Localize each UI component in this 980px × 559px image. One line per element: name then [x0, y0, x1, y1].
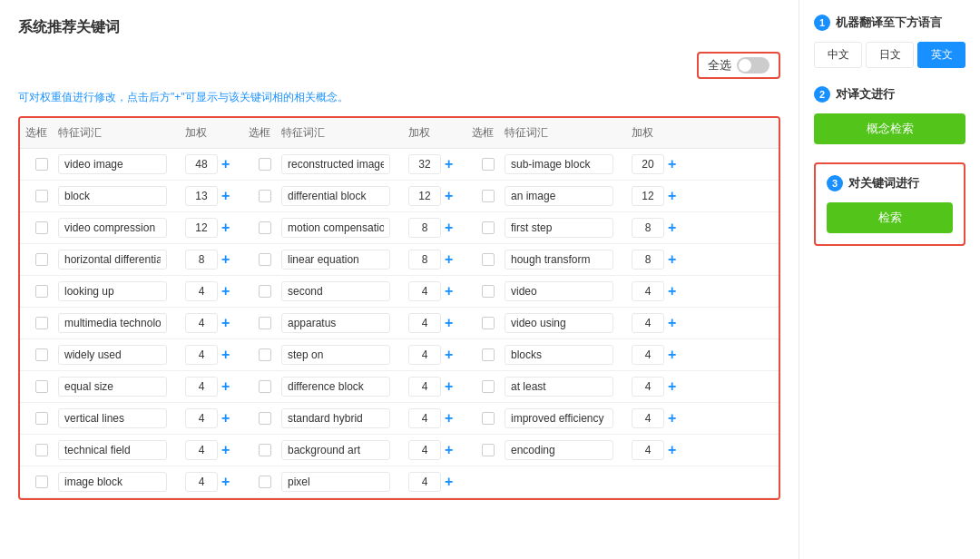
keyword-input[interactable]: [505, 408, 613, 428]
keyword-input[interactable]: [58, 186, 167, 206]
keyword-checkbox[interactable]: [482, 190, 495, 202]
keyword-checkbox[interactable]: [259, 380, 271, 393]
keyword-checkbox[interactable]: [482, 253, 495, 266]
keyword-checkbox[interactable]: [35, 221, 48, 234]
plus-button[interactable]: +: [668, 221, 676, 235]
keyword-input[interactable]: [281, 472, 390, 492]
plus-button[interactable]: +: [668, 411, 676, 426]
plus-button[interactable]: +: [668, 348, 676, 362]
keyword-input[interactable]: [58, 281, 167, 301]
plus-button[interactable]: +: [445, 379, 453, 394]
plus-button[interactable]: +: [221, 411, 230, 426]
keyword-checkbox[interactable]: [259, 190, 271, 202]
keyword-checkbox[interactable]: [259, 253, 271, 266]
plus-button[interactable]: +: [668, 443, 676, 457]
keyword-checkbox[interactable]: [259, 221, 271, 234]
weight-input[interactable]: [632, 250, 664, 270]
select-all-toggle[interactable]: [737, 57, 769, 74]
keyword-input[interactable]: [281, 218, 390, 238]
weight-input[interactable]: [632, 345, 664, 365]
plus-button[interactable]: +: [445, 411, 453, 426]
keyword-checkbox[interactable]: [35, 317, 48, 329]
plus-button[interactable]: +: [668, 252, 676, 267]
plus-button[interactable]: +: [668, 316, 676, 330]
keyword-input[interactable]: [58, 154, 167, 174]
keyword-checkbox[interactable]: [35, 380, 48, 393]
keyword-checkbox[interactable]: [482, 285, 495, 298]
keyword-input[interactable]: [505, 250, 613, 270]
keyword-checkbox[interactable]: [259, 158, 271, 171]
keyword-checkbox[interactable]: [35, 190, 48, 202]
weight-input[interactable]: [185, 472, 218, 492]
lang-btn-en[interactable]: 英文: [917, 42, 965, 68]
keyword-input[interactable]: [58, 408, 167, 428]
weight-input[interactable]: [408, 313, 441, 333]
weight-input[interactable]: [408, 345, 441, 365]
weight-input[interactable]: [632, 408, 664, 428]
keyword-input[interactable]: [58, 472, 167, 492]
keyword-checkbox[interactable]: [259, 412, 271, 425]
plus-button[interactable]: +: [445, 316, 453, 330]
weight-input[interactable]: [632, 154, 664, 174]
keyword-checkbox[interactable]: [35, 476, 48, 488]
plus-button[interactable]: +: [221, 189, 230, 203]
keyword-checkbox[interactable]: [259, 476, 271, 488]
lang-btn-zh[interactable]: 中文: [814, 42, 862, 68]
search-button[interactable]: 检索: [827, 202, 953, 233]
plus-button[interactable]: +: [221, 348, 230, 362]
weight-input[interactable]: [408, 281, 441, 301]
keyword-input[interactable]: [505, 218, 613, 238]
plus-button[interactable]: +: [221, 221, 230, 235]
keyword-checkbox[interactable]: [35, 158, 48, 171]
plus-button[interactable]: +: [445, 348, 453, 362]
keyword-input[interactable]: [58, 377, 167, 397]
weight-input[interactable]: [185, 440, 218, 460]
weight-input[interactable]: [632, 186, 664, 206]
keyword-checkbox[interactable]: [482, 380, 495, 393]
weight-input[interactable]: [408, 154, 441, 174]
weight-input[interactable]: [408, 250, 441, 270]
weight-input[interactable]: [185, 186, 218, 206]
weight-input[interactable]: [185, 313, 218, 333]
keyword-input[interactable]: [281, 377, 390, 397]
keyword-input[interactable]: [505, 281, 613, 301]
plus-button[interactable]: +: [221, 316, 230, 330]
keyword-input[interactable]: [58, 250, 167, 270]
weight-input[interactable]: [408, 408, 441, 428]
weight-input[interactable]: [632, 281, 664, 301]
plus-button[interactable]: +: [221, 379, 230, 394]
plus-button[interactable]: +: [445, 284, 453, 299]
weight-input[interactable]: [408, 218, 441, 238]
plus-button[interactable]: +: [668, 284, 676, 299]
weight-input[interactable]: [185, 154, 218, 174]
weight-input[interactable]: [185, 377, 218, 397]
weight-input[interactable]: [185, 218, 218, 238]
concept-search-button[interactable]: 概念检索: [814, 113, 965, 144]
keyword-checkbox[interactable]: [259, 317, 271, 329]
keyword-checkbox[interactable]: [35, 285, 48, 298]
plus-button[interactable]: +: [221, 443, 230, 457]
plus-button[interactable]: +: [668, 189, 676, 203]
keyword-input[interactable]: [505, 313, 613, 333]
keyword-checkbox[interactable]: [35, 444, 48, 456]
weight-input[interactable]: [408, 186, 441, 206]
keyword-input[interactable]: [58, 218, 167, 238]
weight-input[interactable]: [632, 377, 664, 397]
keyword-input[interactable]: [281, 281, 390, 301]
plus-button[interactable]: +: [668, 157, 676, 172]
keyword-input[interactable]: [281, 154, 390, 174]
weight-input[interactable]: [408, 440, 441, 460]
keyword-input[interactable]: [505, 440, 613, 460]
keyword-input[interactable]: [281, 313, 390, 333]
keyword-checkbox[interactable]: [482, 221, 495, 234]
weight-input[interactable]: [632, 440, 664, 460]
keyword-checkbox[interactable]: [35, 253, 48, 266]
keyword-input[interactable]: [505, 345, 613, 365]
weight-input[interactable]: [408, 377, 441, 397]
weight-input[interactable]: [408, 472, 441, 492]
plus-button[interactable]: +: [445, 221, 453, 235]
plus-button[interactable]: +: [445, 157, 453, 172]
keyword-checkbox[interactable]: [482, 317, 495, 329]
keyword-checkbox[interactable]: [482, 158, 495, 171]
plus-button[interactable]: +: [221, 252, 230, 267]
